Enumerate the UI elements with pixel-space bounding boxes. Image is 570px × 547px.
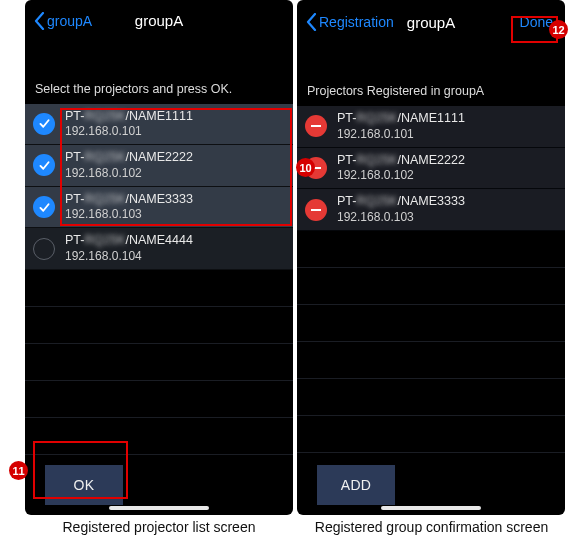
navbar: groupA groupA <box>25 0 293 42</box>
list-item[interactable]: PT-RQ25K/NAME4444 192.168.0.104 <box>25 228 293 270</box>
row-text: PT-RQ25K/NAME2222 192.168.0.102 <box>337 153 465 184</box>
registered-list: PT-RQ25K/NAME1111 192.168.0.101 PT-RQ25K… <box>297 106 565 231</box>
radio-empty-icon[interactable] <box>33 238 55 260</box>
remove-icon[interactable] <box>305 199 327 221</box>
back-label: Registration <box>319 14 394 30</box>
remove-icon[interactable] <box>305 115 327 137</box>
back-button[interactable]: Registration <box>303 10 396 34</box>
list-item[interactable]: PT-RQ25K/NAME1111 192.168.0.101 <box>297 106 565 148</box>
add-button[interactable]: ADD <box>317 465 395 505</box>
row-text: PT-RQ25K/NAME3333 192.168.0.103 <box>337 194 465 225</box>
list-item[interactable]: PT-RQ25K/NAME2222 192.168.0.102 <box>25 145 293 187</box>
back-button[interactable]: groupA <box>31 9 94 33</box>
row-text: PT-RQ25K/NAME4444 192.168.0.104 <box>65 233 193 264</box>
caption-right: Registered group confirmation screen <box>293 519 570 535</box>
list-item[interactable]: PT-RQ25K/NAME1111 192.168.0.101 <box>25 104 293 146</box>
row-text: PT-RQ25K/NAME1111 192.168.0.101 <box>337 111 465 142</box>
check-icon[interactable] <box>33 196 55 218</box>
back-label: groupA <box>47 13 92 29</box>
chevron-left-icon <box>305 12 317 32</box>
list-item[interactable]: PT-RQ25K/NAME3333 192.168.0.103 <box>25 187 293 229</box>
check-icon[interactable] <box>33 154 55 176</box>
ok-button[interactable]: OK <box>45 465 123 505</box>
prompt-text: Projectors Registered in groupA <box>297 84 565 106</box>
right-screen: Registration groupA Done Projectors Regi… <box>297 0 565 515</box>
chevron-left-icon <box>33 11 45 31</box>
prompt-text: Select the projectors and press OK. <box>25 82 293 104</box>
caption-left: Registered projector list screen <box>0 519 293 535</box>
callout-badge-11: 11 <box>9 461 28 480</box>
row-text: PT-RQ25K/NAME1111 192.168.0.101 <box>65 109 193 140</box>
row-text: PT-RQ25K/NAME2222 192.168.0.102 <box>65 150 193 181</box>
left-screen: groupA groupA Select the projectors and … <box>25 0 293 515</box>
home-indicator[interactable] <box>109 506 209 510</box>
projector-list: PT-RQ25K/NAME1111 192.168.0.101 PT-RQ25K… <box>25 104 293 271</box>
check-icon[interactable] <box>33 113 55 135</box>
callout-badge-12: 12 <box>549 20 568 39</box>
home-indicator[interactable] <box>381 506 481 510</box>
row-text: PT-RQ25K/NAME3333 192.168.0.103 <box>65 192 193 223</box>
list-item[interactable]: PT-RQ25K/NAME2222 192.168.0.102 <box>297 148 565 190</box>
navbar: Registration groupA Done <box>297 0 565 44</box>
list-item[interactable]: PT-RQ25K/NAME3333 192.168.0.103 <box>297 189 565 231</box>
callout-badge-10: 10 <box>296 158 315 177</box>
